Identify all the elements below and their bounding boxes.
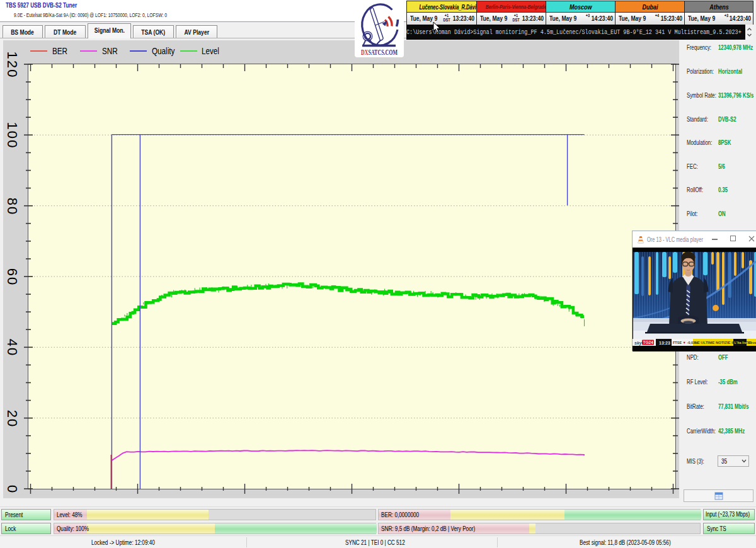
svg-text:13:23: 13:23 xyxy=(659,341,670,345)
svg-text:sky: sky xyxy=(634,341,643,346)
svg-text:L'Ita live: L'Ita live xyxy=(735,341,748,345)
svg-text:DXSATCS.COM: DXSATCS.COM xyxy=(361,47,398,57)
svg-text:Gover: Gover xyxy=(748,341,756,345)
svg-text:TG24: TG24 xyxy=(643,340,654,345)
